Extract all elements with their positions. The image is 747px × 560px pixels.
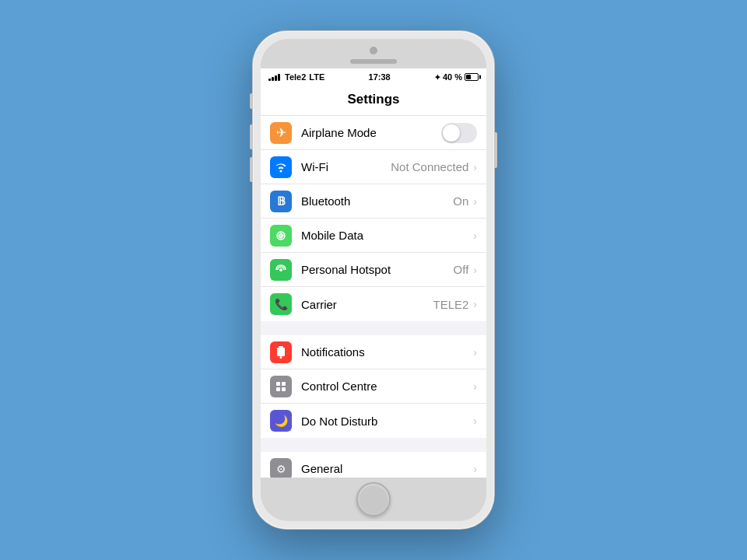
- signal-bar-1: [268, 79, 271, 81]
- carrier-icon: 📞: [270, 293, 292, 315]
- mobile-data-label: Mobile Data: [301, 229, 472, 242]
- settings-group-connectivity: ✈ Airplane Mode Wi-Fi: [261, 116, 486, 321]
- svg-rect-8: [276, 382, 280, 386]
- bluetooth-label: Bluetooth: [301, 194, 453, 208]
- control-centre-icon: [270, 376, 292, 397]
- general-chevron-icon: ›: [473, 463, 477, 475]
- svg-rect-9: [282, 382, 286, 386]
- dnd-label: Do Not Disturb: [301, 415, 472, 428]
- earpiece-speaker: [350, 59, 397, 64]
- bluetooth-icon: 𝔹: [270, 191, 292, 212]
- airplane-mode-toggle[interactable]: [441, 123, 477, 143]
- control-centre-chevron-icon: ›: [473, 380, 477, 393]
- bluetooth-value: On: [453, 194, 468, 208]
- phone-frame: Tele2 LTE 17:38 ✦ 40 % Settings: [253, 31, 494, 529]
- carrier-label: Carrier: [301, 298, 433, 311]
- notifications-icon: [270, 341, 292, 363]
- carrier-name: Tele2: [285, 72, 306, 82]
- row-airplane-mode[interactable]: ✈ Airplane Mode: [261, 116, 486, 150]
- row-general[interactable]: ⚙ General ›: [261, 452, 486, 478]
- status-right: ✦ 40 %: [434, 72, 479, 82]
- battery-icon: [465, 73, 479, 81]
- top-bar: [261, 39, 486, 68]
- dnd-icon: 🌙: [270, 410, 292, 432]
- page-title: Settings: [261, 86, 486, 116]
- control-centre-label: Control Centre: [301, 380, 472, 393]
- row-notifications[interactable]: Notifications ›: [261, 335, 486, 369]
- svg-point-4: [279, 268, 282, 271]
- signal-bar-3: [275, 75, 277, 81]
- bluetooth-chevron-icon: ›: [473, 195, 477, 208]
- mute-switch[interactable]: [250, 93, 253, 109]
- hotspot-icon: [270, 259, 292, 281]
- airplane-mode-label: Airplane Mode: [301, 126, 438, 139]
- battery-fill: [466, 75, 471, 79]
- hotspot-label: Personal Hotspot: [301, 263, 454, 276]
- signal-bar-4: [278, 74, 280, 81]
- carrier-chevron-icon: ›: [473, 298, 477, 310]
- airplane-mode-icon: ✈: [270, 122, 292, 144]
- general-icon: ⚙: [270, 458, 292, 478]
- toggle-knob: [443, 124, 460, 142]
- settings-group-notifications: Notifications › Co: [261, 335, 486, 438]
- hotspot-value: Off: [454, 263, 469, 276]
- phone-inner: Tele2 LTE 17:38 ✦ 40 % Settings: [261, 39, 486, 521]
- notifications-chevron-icon: ›: [473, 346, 477, 359]
- row-control-centre[interactable]: Control Centre ›: [261, 369, 486, 404]
- group-spacer-2: [261, 438, 486, 452]
- settings-scroll[interactable]: ✈ Airplane Mode Wi-Fi: [261, 116, 486, 478]
- signal-bar-2: [272, 77, 274, 81]
- bluetooth-status-icon: ✦: [434, 73, 440, 82]
- wifi-value: Not Connected: [391, 160, 468, 173]
- status-time: 17:38: [369, 72, 391, 82]
- row-wifi[interactable]: Wi-Fi Not Connected ›: [261, 150, 486, 184]
- row-mobile-data[interactable]: Mobile Data ›: [261, 219, 486, 253]
- network-type: LTE: [309, 72, 324, 82]
- hotspot-chevron-icon: ›: [473, 264, 477, 276]
- screen: Tele2 LTE 17:38 ✦ 40 % Settings: [261, 68, 486, 478]
- wifi-chevron-icon: ›: [473, 161, 477, 173]
- row-personal-hotspot[interactable]: Personal Hotspot Off ›: [261, 253, 486, 287]
- wifi-icon: [270, 156, 292, 178]
- group-spacer-1: [261, 321, 486, 335]
- svg-rect-5: [277, 348, 285, 356]
- svg-rect-6: [279, 346, 283, 348]
- svg-rect-10: [276, 387, 280, 391]
- row-bluetooth[interactable]: 𝔹 Bluetooth On ›: [261, 184, 486, 219]
- volume-down-button[interactable]: [250, 157, 253, 182]
- bottom-bar: [261, 478, 486, 521]
- mobile-data-chevron-icon: ›: [473, 229, 477, 242]
- row-do-not-disturb[interactable]: 🌙 Do Not Disturb ›: [261, 404, 486, 438]
- power-button[interactable]: [494, 132, 497, 168]
- volume-up-button[interactable]: [250, 124, 253, 149]
- battery-percent: 40 %: [443, 72, 462, 82]
- wifi-label: Wi-Fi: [301, 160, 391, 173]
- mobile-data-icon: [270, 225, 292, 247]
- signal-bars: [268, 73, 280, 81]
- status-bar: Tele2 LTE 17:38 ✦ 40 %: [261, 68, 486, 86]
- row-carrier[interactable]: 📞 Carrier TELE2 ›: [261, 287, 486, 321]
- home-button[interactable]: [356, 482, 391, 516]
- general-label: General: [301, 462, 472, 475]
- front-camera: [370, 47, 377, 54]
- status-left: Tele2 LTE: [268, 72, 324, 82]
- carrier-value: TELE2: [433, 298, 468, 311]
- settings-group-display: ⚙ General › AA Display & Brightness ›: [261, 452, 486, 478]
- dnd-chevron-icon: ›: [473, 415, 477, 427]
- notifications-label: Notifications: [301, 345, 472, 359]
- svg-rect-11: [282, 387, 286, 391]
- svg-point-7: [280, 356, 282, 359]
